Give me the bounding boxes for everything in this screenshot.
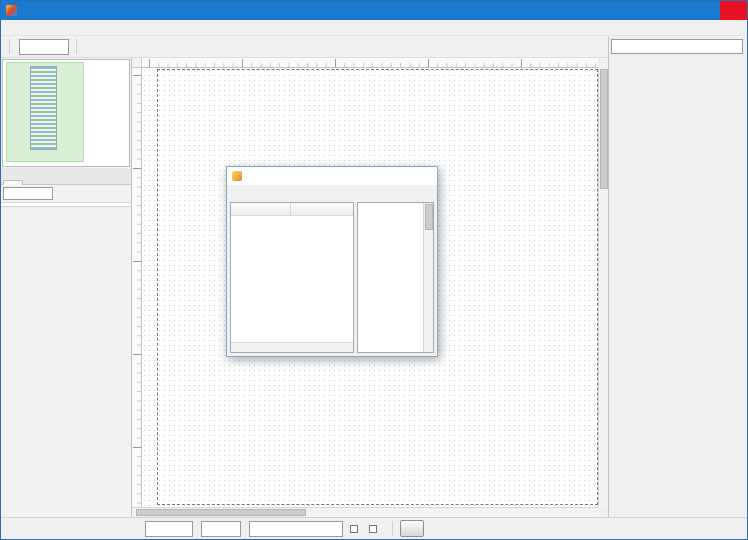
component-toolbox bbox=[608, 36, 747, 517]
left-panel bbox=[1, 58, 132, 517]
canvas-vertical-scrollbar[interactable] bbox=[598, 68, 608, 507]
toolbox-header bbox=[609, 36, 747, 56]
close-button[interactable] bbox=[720, 1, 747, 20]
scroll-thumb[interactable] bbox=[136, 509, 306, 516]
scroll-thumb[interactable] bbox=[425, 204, 433, 230]
dialog-close-button[interactable] bbox=[415, 167, 437, 185]
elements-dialog bbox=[226, 166, 438, 357]
speed-select[interactable] bbox=[201, 521, 241, 537]
dialog-maximize-button[interactable] bbox=[393, 167, 415, 185]
overview-thumbnail bbox=[30, 66, 57, 150]
column-header-type[interactable] bbox=[291, 203, 353, 215]
toolbox-grid bbox=[609, 56, 747, 58]
toolbar-separator bbox=[9, 39, 10, 54]
port-select[interactable] bbox=[145, 521, 193, 537]
title-bar bbox=[1, 1, 747, 20]
log-checkbox[interactable] bbox=[369, 525, 377, 533]
app-window bbox=[0, 0, 748, 540]
statusbar-separator bbox=[392, 521, 393, 536]
instances-horizontal-scrollbar[interactable] bbox=[231, 342, 353, 352]
toolbar-separator bbox=[76, 39, 77, 54]
property-filter-input[interactable] bbox=[3, 187, 53, 200]
menu-bar bbox=[1, 20, 747, 36]
dialog-toolbar bbox=[227, 185, 437, 202]
scroll-thumb[interactable] bbox=[600, 69, 608, 189]
scrollbar-corner bbox=[598, 507, 608, 517]
design-overview[interactable] bbox=[2, 59, 130, 167]
reset-checkbox[interactable] bbox=[350, 525, 358, 533]
status-bar bbox=[1, 517, 747, 539]
left-tabs bbox=[1, 168, 131, 185]
elements-vertical-scrollbar[interactable] bbox=[423, 203, 433, 352]
canvas-horizontal-scrollbar[interactable] bbox=[132, 507, 598, 517]
format-select[interactable] bbox=[249, 521, 343, 537]
component-search-input[interactable] bbox=[611, 39, 743, 54]
dialog-title-bar[interactable] bbox=[227, 167, 437, 185]
minimize-button[interactable] bbox=[666, 1, 693, 20]
instances-list bbox=[230, 202, 354, 353]
elements-dialog-icon bbox=[232, 171, 242, 181]
available-elements-list bbox=[357, 202, 434, 353]
maximize-button[interactable] bbox=[693, 1, 720, 20]
app-icon bbox=[6, 5, 17, 16]
ruler-corner bbox=[132, 58, 142, 68]
properties-toolbar bbox=[1, 185, 131, 202]
column-header-name[interactable] bbox=[231, 203, 291, 215]
connect-button[interactable] bbox=[400, 520, 424, 537]
vertical-ruler bbox=[132, 68, 142, 507]
horizontal-ruler bbox=[142, 58, 598, 68]
main-toolbar bbox=[1, 36, 608, 58]
zoom-select[interactable] bbox=[19, 39, 69, 55]
left-panel-filler bbox=[1, 207, 131, 517]
dialog-minimize-button[interactable] bbox=[371, 167, 393, 185]
